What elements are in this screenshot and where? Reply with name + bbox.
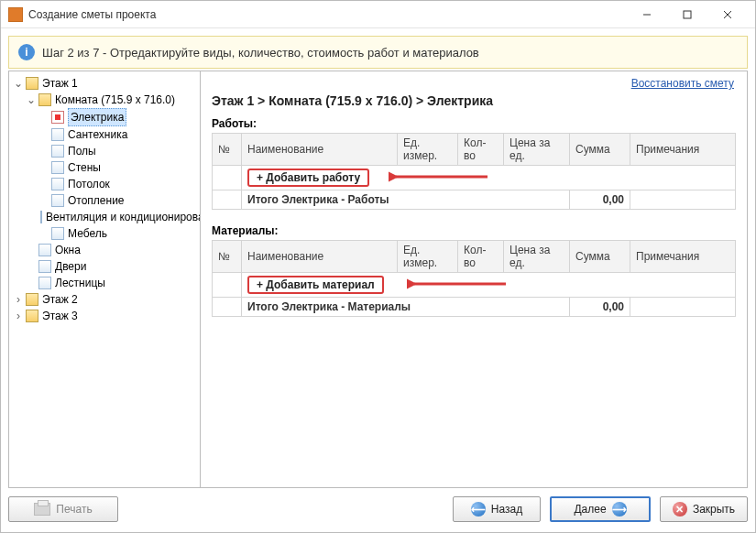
tree-node-room[interactable]: ⌄Комната (715.9 x 716.0) — [26, 92, 198, 108]
tree-node-electrics[interactable]: Электрика — [38, 108, 198, 126]
doc-icon — [51, 145, 64, 158]
tree-node-floor2[interactable]: ›Этаж 2 — [13, 291, 198, 308]
tree-label: Этаж 3 — [42, 308, 78, 324]
tree-label: Стены — [68, 159, 101, 176]
doc-icon — [51, 111, 64, 124]
back-label: Назад — [491, 503, 522, 516]
collapse-icon[interactable]: ⌄ — [13, 75, 24, 92]
project-tree[interactable]: ⌄Этаж 1 ⌄Комната (715.9 x 716.0) Электри… — [8, 71, 201, 488]
info-icon: i — [18, 44, 35, 60]
col-unit: Ед. измер. — [398, 241, 458, 273]
col-qty: Кол-во — [458, 241, 504, 273]
doc-icon — [38, 260, 51, 273]
table-header-row: № Наименование Ед. измер. Кол-во Цена за… — [213, 134, 736, 166]
tree-node-ventilation[interactable]: Вентиляция и кондиционирование — [38, 209, 198, 225]
svg-rect-1 — [684, 11, 691, 18]
add-work-button[interactable]: + Добавить работу — [247, 169, 369, 187]
col-no: № — [213, 134, 242, 166]
tree-node-floor1[interactable]: ⌄Этаж 1 — [13, 75, 198, 92]
titlebar: Создание сметы проекта — [1, 1, 755, 28]
arrow-right-icon: ⟶ — [612, 502, 627, 517]
print-label: Печать — [56, 503, 92, 516]
doc-icon — [51, 227, 64, 240]
tree-label: Окна — [55, 242, 81, 258]
back-button[interactable]: ⟵ Назад — [453, 496, 541, 522]
materials-total-row: Итого Электрика - Материалы 0,00 — [213, 298, 736, 317]
folder-icon — [26, 77, 38, 90]
col-qty: Кол-во — [458, 134, 504, 166]
col-price: Цена за ед. — [504, 241, 570, 273]
tree-label: Сантехника — [68, 126, 127, 143]
materials-table: № Наименование Ед. измер. Кол-во Цена за… — [212, 240, 736, 317]
works-total-row: Итого Электрика - Работы 0,00 — [213, 190, 736, 210]
folder-icon — [26, 293, 38, 306]
table-header-row: № Наименование Ед. измер. Кол-во Цена за… — [213, 241, 736, 273]
tree-node-heating[interactable]: Отопление — [38, 192, 198, 209]
window-title: Создание сметы проекта — [28, 8, 627, 21]
doc-icon — [51, 128, 64, 141]
tree-label: Потолок — [68, 176, 110, 192]
collapse-icon[interactable]: ⌄ — [26, 92, 37, 108]
step-info-text: Шаг 2 из 7 - Отредактируйте виды, количе… — [42, 46, 479, 60]
next-label: Далее — [574, 503, 606, 516]
tree-label: Двери — [55, 258, 86, 275]
annotation-arrow-icon — [389, 170, 489, 181]
doc-icon — [51, 194, 64, 207]
col-sum: Сумма — [570, 134, 630, 166]
app-icon — [8, 7, 23, 22]
add-work-row: + Добавить работу — [213, 166, 736, 190]
close-button[interactable]: ✕ Закрыть — [660, 496, 748, 522]
tree-node-stairs[interactable]: Лестницы — [26, 275, 198, 291]
materials-section-label: Материалы: — [212, 224, 736, 237]
tree-node-walls[interactable]: Стены — [38, 159, 198, 176]
expand-icon[interactable]: › — [13, 291, 24, 308]
tree-label: Полы — [68, 143, 96, 159]
print-button[interactable]: Печать — [8, 496, 118, 522]
tree-label: Электрика — [68, 108, 126, 126]
tree-node-furniture[interactable]: Мебель — [38, 225, 198, 242]
works-table: № Наименование Ед. измер. Кол-во Цена за… — [212, 133, 736, 210]
footer-toolbar: Печать ⟵ Назад Далее ⟶ ✕ Закрыть — [8, 494, 748, 525]
tree-node-windows[interactable]: Окна — [26, 242, 198, 258]
close-window-button[interactable] — [707, 2, 748, 27]
col-notes: Примечания — [630, 241, 736, 273]
maximize-button[interactable] — [667, 2, 707, 27]
doc-icon — [40, 211, 42, 223]
expand-icon[interactable]: › — [13, 308, 24, 324]
works-total-label: Итого Электрика - Работы — [242, 190, 570, 210]
restore-estimate-link[interactable]: Восстановить смету — [631, 77, 734, 90]
minimize-button[interactable] — [627, 2, 667, 27]
tree-label: Этаж 2 — [42, 291, 78, 308]
materials-total-value: 0,00 — [570, 298, 630, 317]
col-name: Наименование — [242, 134, 398, 166]
tree-label: Лестницы — [55, 275, 105, 291]
breadcrumb: Этаж 1 > Комната (715.9 x 716.0) > Элект… — [212, 93, 736, 108]
tree-node-floor3[interactable]: ›Этаж 3 — [13, 308, 198, 324]
col-price: Цена за ед. — [504, 134, 570, 166]
annotation-arrow-icon — [407, 277, 508, 288]
works-total-value: 0,00 — [570, 190, 630, 210]
col-no: № — [213, 241, 242, 273]
doc-icon — [38, 244, 51, 256]
tree-label: Вентиляция и кондиционирование — [46, 209, 201, 225]
content-pane: Восстановить смету Этаж 1 > Комната (715… — [201, 71, 748, 488]
col-name: Наименование — [242, 241, 398, 273]
next-button[interactable]: Далее ⟶ — [550, 496, 651, 522]
doc-icon — [51, 178, 64, 190]
add-material-button[interactable]: + Добавить материал — [247, 276, 384, 294]
col-sum: Сумма — [570, 241, 630, 273]
col-unit: Ед. измер. — [398, 134, 458, 166]
col-notes: Примечания — [630, 134, 736, 166]
printer-icon — [34, 503, 50, 516]
step-info-banner: i Шаг 2 из 7 - Отредактируйте виды, коли… — [8, 36, 748, 69]
close-icon: ✕ — [673, 502, 687, 517]
arrow-left-icon: ⟵ — [471, 502, 486, 517]
tree-label: Отопление — [68, 192, 125, 209]
tree-node-plumbing[interactable]: Сантехника — [38, 126, 198, 143]
tree-label: Этаж 1 — [42, 75, 78, 92]
tree-node-doors[interactable]: Двери — [26, 258, 198, 275]
folder-icon — [26, 310, 38, 322]
tree-node-ceiling[interactable]: Потолок — [38, 176, 198, 192]
tree-label: Комната (715.9 x 716.0) — [55, 92, 175, 108]
tree-node-floors[interactable]: Полы — [38, 143, 198, 159]
